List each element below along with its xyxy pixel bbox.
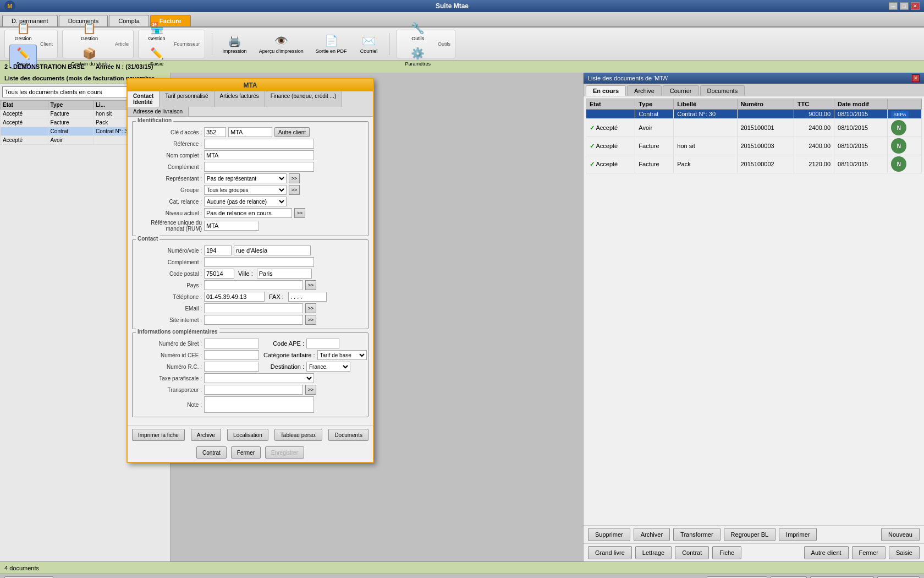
modal-tab-tarif[interactable]: Tarif personnalisé bbox=[160, 91, 214, 107]
complement-id-row: Complément : bbox=[136, 162, 365, 172]
code-postal-input[interactable] bbox=[204, 269, 234, 279]
pays-arrow[interactable]: >> bbox=[305, 280, 316, 290]
fax-input[interactable] bbox=[288, 292, 327, 302]
imprimer-fiche-btn[interactable]: Imprimer la fiche bbox=[132, 429, 185, 441]
outils-btn[interactable]: Outils bbox=[401, 19, 435, 43]
table-row[interactable]: ✓ Accepté Avoir 2015100001 2400.00 08/10… bbox=[586, 119, 922, 137]
site-arrow[interactable]: >> bbox=[305, 315, 316, 325]
maximize-btn[interactable]: □ bbox=[900, 2, 909, 10]
right-table-area: Etat Type Libellé Numéro TTC Date modif … bbox=[584, 96, 924, 525]
complement-contact-label: Complément : bbox=[136, 259, 202, 265]
contrat-modal-btn[interactable]: Contrat bbox=[196, 446, 227, 459]
gestion-article-btn[interactable]: Gestion bbox=[67, 19, 112, 43]
representant-select[interactable]: Pas de représentant bbox=[204, 173, 287, 183]
supprimer-bottom-btn[interactable]: Supprimer bbox=[877, 576, 920, 579]
apercu-btn[interactable]: Aperçu d'impression bbox=[255, 32, 307, 56]
documents-modal-btn[interactable]: Documents bbox=[328, 429, 369, 441]
numero-voie-label: Numéro/voie : bbox=[136, 248, 202, 254]
cle-acces-input[interactable] bbox=[204, 127, 226, 137]
complement-contact-input[interactable] bbox=[204, 257, 314, 267]
impression-btn[interactable]: Impression bbox=[219, 32, 251, 56]
transformer-btn[interactable]: Transformer bbox=[673, 528, 721, 541]
contrat-right-btn[interactable]: Contrat bbox=[675, 546, 709, 559]
transporteur-arrow[interactable]: >> bbox=[305, 385, 316, 395]
courriel-label: Courriel bbox=[360, 48, 378, 54]
close-btn[interactable]: ✕ bbox=[911, 2, 920, 10]
courriel-btn[interactable]: Courriel bbox=[355, 32, 382, 56]
email-arrow[interactable]: >> bbox=[305, 303, 316, 313]
email-input[interactable] bbox=[204, 303, 303, 313]
right-tab-archive[interactable]: Archive bbox=[627, 85, 662, 96]
localisation-btn[interactable]: Localisation bbox=[227, 429, 268, 441]
right-tab-en-cours[interactable]: En cours bbox=[586, 85, 626, 96]
fermer-right-btn[interactable]: Fermer bbox=[852, 546, 886, 559]
params-icon bbox=[411, 47, 425, 60]
voie-input[interactable] bbox=[234, 246, 311, 255]
gestion-fourn-btn[interactable]: Gestion bbox=[143, 19, 170, 43]
params-btn[interactable]: Paramètres bbox=[401, 45, 435, 69]
groupe-arrow[interactable]: >> bbox=[289, 185, 300, 195]
ville-input[interactable] bbox=[257, 269, 312, 279]
table-row[interactable]: ✓ Accepté Facture Pack 2015100002 2120.0… bbox=[586, 155, 922, 173]
regrouper-bl-btn[interactable]: Regrouper BL bbox=[724, 528, 776, 541]
destination-select[interactable]: France. bbox=[306, 362, 350, 372]
rum-input[interactable] bbox=[204, 221, 259, 231]
modal-tab-livraison[interactable]: Adresse de livraison bbox=[128, 107, 189, 116]
table-row[interactable]: ✓ Accepté Facture hon sit 2015100003 240… bbox=[586, 137, 922, 155]
archiver-btn[interactable]: Archiver bbox=[634, 528, 670, 541]
representant-arrow[interactable]: >> bbox=[289, 173, 300, 183]
cle-acces-name-input[interactable] bbox=[228, 127, 272, 137]
note-textarea[interactable] bbox=[204, 396, 314, 413]
archive-modal-btn[interactable]: Archive bbox=[191, 429, 221, 441]
enregistrer-modal-btn[interactable]: Enregistrer bbox=[265, 446, 304, 459]
num-rc-label: Numéro R.C. : bbox=[136, 364, 202, 370]
imprimer-accepter-btn[interactable]: Imprimer/Accepter bbox=[810, 576, 874, 579]
groupe-select[interactable]: Tous les groupes bbox=[204, 185, 287, 195]
modal-tab-contact[interactable]: ContactIdentité bbox=[128, 91, 160, 107]
window-controls[interactable]: ─ □ ✕ bbox=[889, 2, 920, 10]
inv-selection-btn[interactable]: Inv. sélection bbox=[4, 576, 53, 579]
num-id-cee-input[interactable] bbox=[204, 350, 259, 360]
right-panel-close-btn[interactable]: ✕ bbox=[912, 74, 920, 82]
transporteur-input[interactable] bbox=[204, 385, 303, 395]
niveau-input[interactable] bbox=[204, 208, 292, 218]
complement-id-input[interactable] bbox=[204, 162, 314, 172]
right-tab-courrier[interactable]: Courrier bbox=[663, 85, 699, 96]
saisie-right-btn[interactable]: Saisie bbox=[889, 546, 920, 559]
table-row[interactable]: Contrat Contrat N°: 30 9000.00 08/10/201… bbox=[586, 110, 922, 119]
gestion-client-btn[interactable]: Gestion bbox=[9, 19, 37, 43]
autre-client-right-btn[interactable]: Autre client bbox=[804, 546, 849, 559]
impression-label: Impression bbox=[223, 48, 247, 54]
reference-input[interactable] bbox=[204, 139, 314, 149]
code-ape-input[interactable] bbox=[306, 339, 339, 348]
right-tab-documents[interactable]: Documents bbox=[700, 85, 745, 96]
num-rc-input[interactable] bbox=[204, 362, 259, 372]
taxe-select[interactable] bbox=[204, 373, 314, 383]
fiche-btn[interactable]: Fiche bbox=[712, 546, 741, 559]
numero-input[interactable] bbox=[204, 246, 232, 255]
groupe-label: Groupe : bbox=[136, 187, 202, 193]
fermer-modal-btn[interactable]: Fermer bbox=[231, 446, 261, 459]
autre-client-modal-btn[interactable]: Autre client bbox=[274, 127, 310, 137]
changer-mois-btn[interactable]: Changer de mois bbox=[707, 576, 767, 579]
niveau-arrow[interactable]: >> bbox=[294, 208, 305, 218]
siret-input[interactable] bbox=[204, 339, 259, 348]
pdf-btn[interactable]: Sortie en PDF bbox=[312, 32, 351, 56]
tableau-perso-btn[interactable]: Tableau perso. bbox=[274, 429, 323, 441]
lettrage-btn[interactable]: Lettrage bbox=[635, 546, 672, 559]
cat-tarifaire-select[interactable]: Tarif de base bbox=[317, 350, 367, 360]
nom-complet-input[interactable] bbox=[204, 150, 314, 160]
pays-input[interactable] bbox=[204, 280, 303, 290]
cat-relance-select[interactable]: Aucune (pas de relance) bbox=[204, 197, 287, 206]
modal-tab-finance[interactable]: Finance (banque, crédit ...) bbox=[265, 91, 343, 107]
modal-tab-articles[interactable]: Articles facturés bbox=[215, 91, 265, 107]
grand-livre-btn[interactable]: Grand livre bbox=[588, 546, 632, 559]
archiver-bottom-btn[interactable]: Archiver bbox=[771, 576, 807, 579]
supprimer-btn[interactable]: Supprimer bbox=[588, 528, 630, 541]
minimize-btn[interactable]: ─ bbox=[889, 2, 898, 10]
nouveau-btn[interactable]: Nouveau bbox=[881, 528, 920, 541]
niveau-row: Niveau actuel : >> bbox=[136, 208, 365, 218]
telephone-input[interactable] bbox=[204, 292, 265, 302]
imprimer-right-btn[interactable]: Imprimer bbox=[779, 528, 817, 541]
site-input[interactable] bbox=[204, 315, 303, 325]
